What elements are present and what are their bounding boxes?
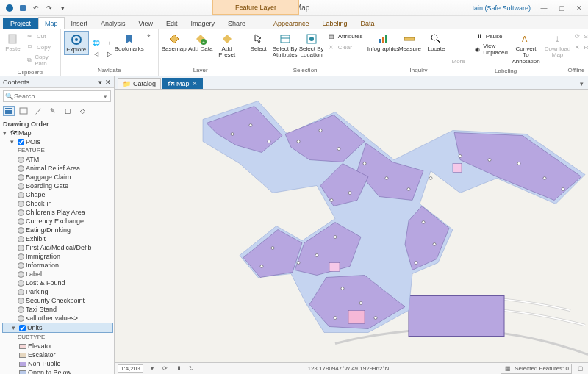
sync-button[interactable]: ⟳Sync — [572, 31, 588, 41]
search-options-icon[interactable]: ▾ — [100, 93, 110, 100]
pois-layer-node[interactable]: ▾POIs — [1, 137, 114, 146]
toc-tree[interactable]: Drawing Order ▾🗺Map ▾POIs FEATURE ATMAni… — [0, 118, 114, 374]
bookmarks-button[interactable]: Bookmarks — [117, 31, 142, 54]
select-by-location-button[interactable]: Select By Location — [299, 31, 324, 60]
poi-category-item[interactable]: Currency Exchange — [1, 217, 114, 226]
list-by-snapping-icon[interactable]: ▢ — [62, 106, 74, 116]
poi-category-item[interactable]: Eating/Drinking — [1, 226, 114, 234]
download-map-button[interactable]: ⭳Download Map — [545, 31, 570, 60]
tab-analysis[interactable]: Analysis — [94, 17, 132, 29]
close-tab-icon[interactable]: ✕ — [192, 80, 198, 87]
poi-category-item[interactable]: First Aid/Medical/Defib — [1, 243, 114, 252]
measure-button[interactable]: Measure — [397, 31, 422, 54]
tab-share[interactable]: Share — [221, 17, 252, 29]
subtype-item[interactable]: Non-Public — [1, 359, 114, 368]
poi-category-item[interactable]: Parking — [1, 287, 114, 296]
catalog-tab[interactable]: 📁Catalog — [118, 78, 161, 89]
poi-category-item[interactable]: ATM — [1, 155, 114, 164]
redo-icon[interactable]: ↷ — [44, 3, 54, 13]
nav-next-extent[interactable]: ▷ — [104, 48, 115, 59]
locate-button[interactable]: Locate — [423, 31, 448, 54]
tab-project[interactable]: Project — [3, 18, 38, 29]
search-input[interactable] — [14, 93, 100, 100]
pause-drawing-icon[interactable]: ⏸ — [174, 364, 183, 373]
inquiry-more-button[interactable]: More — [450, 57, 466, 65]
units-visible-checkbox[interactable] — [19, 325, 26, 331]
minimize-icon[interactable]: — — [535, 0, 553, 16]
copy-button[interactable]: ⧉Copy — [24, 42, 57, 52]
subtype-item[interactable]: Elevator — [1, 342, 114, 350]
scale-display[interactable]: 1:4,203 — [118, 364, 143, 373]
qat-more-icon[interactable]: ▾ — [57, 3, 68, 13]
maximize-icon[interactable]: ▢ — [553, 0, 570, 16]
pane-menu-icon[interactable]: ▾ — [98, 79, 102, 86]
subtype-item[interactable]: Open to Below — [1, 368, 114, 374]
attributes-button[interactable]: ▤Attributes — [326, 31, 365, 41]
cut-button[interactable]: ✂Cut — [24, 31, 57, 41]
tab-edit[interactable]: Edit — [159, 17, 184, 29]
poi-category-item[interactable]: Check-in — [1, 199, 114, 208]
nav-full-extent[interactable]: 🌐 — [90, 37, 102, 48]
poi-category-item[interactable]: Information — [1, 261, 114, 270]
selected-features-display[interactable]: ▦Selected Features: 0 — [501, 364, 572, 374]
nav-fixed-zoom-in[interactable]: ＋ — [104, 37, 115, 48]
explore-button[interactable]: Explore — [64, 31, 89, 55]
poi-category-item[interactable]: Label — [1, 270, 114, 278]
undo-icon[interactable]: ↶ — [31, 3, 41, 13]
save-icon[interactable] — [18, 3, 28, 13]
tab-map[interactable]: Map — [38, 17, 65, 29]
units-layer-node[interactable]: ▾Units — [2, 323, 113, 333]
convert-annotation-button[interactable]: AConvert To Annotation — [514, 31, 539, 66]
scale-dropdown-icon[interactable]: ▾ — [148, 364, 157, 373]
poi-category-item[interactable]: Baggage Claim — [1, 173, 114, 181]
nav-prev-extent[interactable]: ◁ — [90, 48, 102, 59]
pause-labeling-button[interactable]: ⏸Pause — [473, 31, 512, 41]
tab-appearance[interactable]: Appearance — [267, 17, 316, 29]
go-to-xy-button[interactable]: ⌖ — [143, 31, 155, 41]
paste-button[interactable]: Paste — [3, 31, 23, 54]
add-preset-button[interactable]: Add Preset — [215, 31, 240, 60]
clear-selection-button[interactable]: ✕Clear — [326, 42, 365, 52]
poi-category-item[interactable]: Children's Play Area — [1, 208, 114, 217]
select-button[interactable]: Select — [246, 31, 271, 54]
poi-category-item[interactable]: Security Checkpoint — [1, 296, 114, 305]
contents-search[interactable]: 🔍 ▾ — [3, 90, 111, 102]
poi-category-item[interactable]: Lost & Found — [1, 278, 114, 287]
poi-category-item[interactable]: Immigration — [1, 252, 114, 261]
refresh-icon[interactable]: ↻ — [187, 364, 196, 373]
pois-all-other[interactable]: <all other values> — [1, 314, 114, 323]
copy-path-button[interactable]: ⧉Copy Path — [24, 53, 57, 68]
list-by-drawing-order-icon[interactable] — [3, 106, 15, 116]
views-dropdown-icon[interactable]: ▾ — [576, 79, 588, 89]
basemap-button[interactable]: Basemap — [162, 31, 187, 54]
tab-labeling[interactable]: Labeling — [316, 17, 354, 29]
poi-category-item[interactable]: Chapel — [1, 190, 114, 199]
signed-in-user[interactable]: Iain (Safe Software) — [467, 4, 535, 12]
poi-category-item[interactable]: Animal Relief Area — [1, 164, 114, 173]
subtype-item[interactable]: Escalator — [1, 350, 114, 359]
rotation-icon[interactable]: ⟳ — [161, 364, 170, 373]
map-view-tab[interactable]: 🗺Map✕ — [162, 78, 203, 89]
list-by-editing-icon[interactable]: ✎ — [47, 106, 59, 116]
tab-insert[interactable]: Insert — [65, 17, 95, 29]
tab-data[interactable]: Data — [354, 17, 381, 29]
close-icon[interactable]: ✕ — [570, 0, 588, 16]
list-by-source-icon[interactable] — [18, 106, 29, 116]
view-unplaced-button[interactable]: ◉View Unplaced — [473, 42, 512, 57]
remove-button[interactable]: ✕Remove — [572, 42, 588, 52]
pois-visible-checkbox[interactable] — [18, 139, 24, 145]
select-by-attributes-button[interactable]: Select By Attributes — [273, 31, 298, 60]
list-by-selection-icon[interactable]: ／ — [32, 106, 44, 116]
pane-close-icon[interactable]: ✕ — [105, 79, 111, 86]
poi-category-item[interactable]: Boarding Gate — [1, 181, 114, 190]
map-canvas[interactable] — [115, 90, 588, 362]
add-data-button[interactable]: +Add Data — [188, 31, 213, 54]
poi-category-item[interactable]: Taxi Stand — [1, 305, 114, 314]
list-by-labeling-icon[interactable]: ◇ — [76, 106, 88, 116]
poi-category-item[interactable]: Exhibit — [1, 234, 114, 243]
tab-view[interactable]: View — [132, 17, 159, 29]
snapping-icon[interactable]: ▢ — [576, 364, 585, 373]
tab-imagery[interactable]: Imagery — [184, 17, 221, 29]
map-frame-node[interactable]: ▾🗺Map — [1, 129, 114, 137]
infographics-button[interactable]: Infographics — [370, 31, 395, 54]
